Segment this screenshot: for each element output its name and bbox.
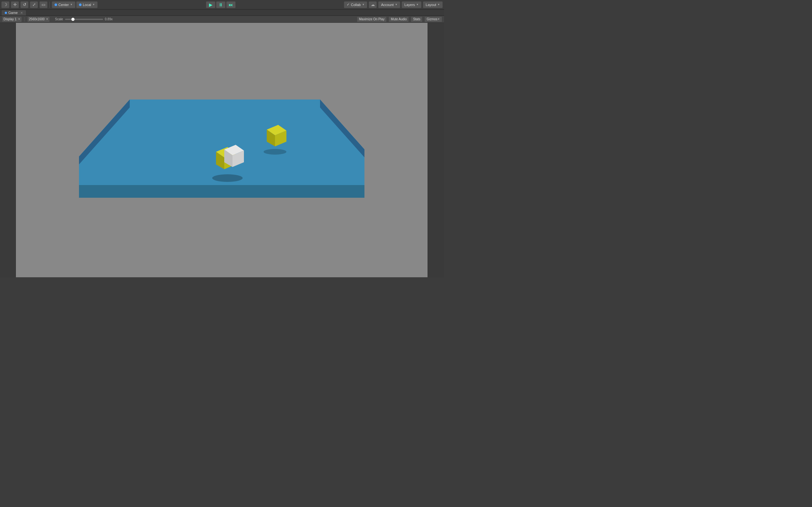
stats-button[interactable]: Stats bbox=[411, 16, 422, 22]
cloud-button[interactable]: ☁ bbox=[368, 1, 377, 8]
rect-tool-button[interactable]: ▭ bbox=[39, 1, 48, 8]
pivot-group: Center ▼ Local ▼ bbox=[52, 1, 98, 8]
maximize-on-play-button[interactable]: Maximize On Play bbox=[357, 16, 387, 22]
step-button[interactable]: ⏭ bbox=[226, 1, 236, 8]
scale-tool-button[interactable]: ⤢ bbox=[30, 1, 38, 8]
layout-label: Layout bbox=[426, 3, 436, 7]
checkmark-icon: ✓ bbox=[347, 3, 350, 7]
options-separator-1 bbox=[24, 17, 25, 21]
collab-arrow: ▼ bbox=[362, 3, 364, 6]
gizmos-button[interactable]: Gizmos ▼ bbox=[424, 16, 442, 22]
layers-dropdown[interactable]: Layers ▼ bbox=[402, 1, 421, 8]
display-arrow: ▼ bbox=[18, 18, 20, 20]
scale-label: Scale bbox=[55, 17, 63, 21]
scale-thumb[interactable] bbox=[71, 18, 74, 21]
gizmos-arrow: ▼ bbox=[438, 18, 440, 20]
local-label: Local bbox=[83, 3, 91, 7]
center-pivot-button[interactable]: Center ▼ bbox=[52, 1, 75, 8]
local-pivot-button[interactable]: Local ▼ bbox=[76, 1, 98, 8]
collab-button[interactable]: ✓ Collab ▼ bbox=[344, 1, 367, 8]
main-area bbox=[0, 23, 444, 277]
right-controls: ✓ Collab ▼ ☁ Account ▼ Layers ▼ Layout ▼ bbox=[344, 1, 443, 8]
layout-arrow: ▼ bbox=[438, 3, 440, 6]
move-tool-button[interactable]: ✛ bbox=[11, 1, 19, 8]
step-icon: ⏭ bbox=[229, 2, 233, 7]
resolution-arrow: ▼ bbox=[46, 18, 49, 20]
account-dropdown[interactable]: Account ▼ bbox=[378, 1, 400, 8]
pause-icon: ⏸ bbox=[218, 2, 223, 7]
account-arrow: ▼ bbox=[395, 3, 397, 6]
options-right: Maximize On Play Mute Audio Stats Gizmos… bbox=[357, 16, 442, 22]
pause-button[interactable]: ⏸ bbox=[216, 1, 225, 8]
svg-point-12 bbox=[264, 149, 287, 155]
pivot-dot bbox=[55, 3, 57, 6]
cloud-icon: ☁ bbox=[371, 2, 375, 7]
layers-arrow: ▼ bbox=[416, 3, 419, 6]
resolution-label: 2560x1600 bbox=[29, 17, 45, 21]
tab-bar: Game ✕ bbox=[0, 9, 444, 16]
game-tab[interactable]: Game ✕ bbox=[1, 10, 26, 15]
scene-container bbox=[16, 23, 427, 277]
scale-container: Scale 0.89x bbox=[55, 17, 112, 21]
mute-audio-button[interactable]: Mute Audio bbox=[389, 16, 409, 22]
tab-close-button[interactable]: ✕ bbox=[20, 11, 23, 14]
display-label: Display 1 bbox=[3, 17, 16, 21]
tab-label: Game bbox=[8, 11, 18, 14]
scale-value: 0.89x bbox=[105, 17, 113, 21]
play-controls: ▶ ⏸ ⏭ bbox=[206, 1, 236, 8]
separator-1 bbox=[49, 2, 50, 8]
account-label: Account bbox=[381, 3, 394, 7]
center-label: Center bbox=[58, 3, 69, 7]
svg-marker-2 bbox=[79, 185, 364, 198]
layout-dropdown[interactable]: Layout ▼ bbox=[423, 1, 443, 8]
scale-slider[interactable] bbox=[65, 19, 103, 20]
right-panel bbox=[427, 23, 444, 277]
local-dot bbox=[79, 3, 82, 6]
local-dropdown-arrow: ▼ bbox=[92, 3, 95, 6]
svg-point-5 bbox=[212, 174, 243, 182]
rotate-tool-button[interactable]: ↺ bbox=[20, 1, 29, 8]
main-toolbar: ☽ ✛ ↺ ⤢ ▭ Center ▼ Local ▼ ▶ ⏸ ⏭ ✓ Colla… bbox=[0, 0, 444, 9]
resolution-select[interactable]: 2560x1600 ▼ bbox=[27, 16, 50, 22]
options-bar: Display 1 ▼ 2560x1600 ▼ Scale 0.89x Maxi… bbox=[0, 16, 444, 23]
game-viewport bbox=[16, 23, 427, 277]
scene-svg bbox=[79, 52, 364, 248]
tab-dot bbox=[5, 12, 7, 14]
display-select[interactable]: Display 1 ▼ bbox=[2, 16, 22, 22]
hand-tool-button[interactable]: ☽ bbox=[1, 1, 9, 8]
left-sidebar bbox=[0, 23, 16, 277]
collab-label: Collab bbox=[351, 3, 361, 7]
center-dropdown-arrow: ▼ bbox=[70, 3, 72, 6]
play-button[interactable]: ▶ bbox=[206, 1, 215, 8]
play-icon: ▶ bbox=[209, 2, 212, 7]
layers-label: Layers bbox=[404, 3, 415, 7]
